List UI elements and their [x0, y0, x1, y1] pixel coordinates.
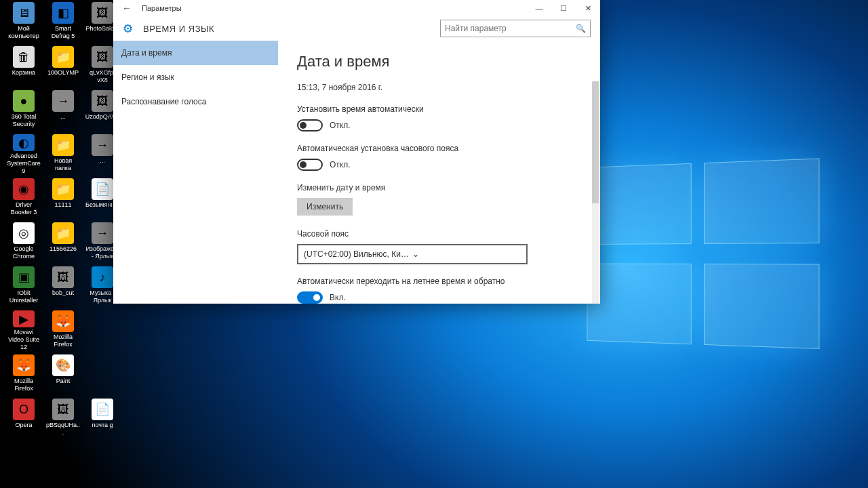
search-box[interactable]: 🔍 — [440, 20, 591, 37]
desktop-icon-glyph: → — [52, 90, 74, 112]
desktop-icon-label: bob_cut — [52, 289, 74, 297]
desktop-icon[interactable]: 🗑Корзина — [6, 45, 41, 87]
minimize-button[interactable]: — — [527, 0, 551, 16]
desktop-icon-glyph: ◎ — [13, 222, 35, 244]
desktop-icon[interactable]: 🖥Мой компьютер — [6, 1, 41, 43]
desktop-icon-glyph: 📁 — [52, 178, 74, 200]
desktop-icon[interactable]: 🖼bob_cut — [45, 265, 81, 307]
desktop-icon[interactable]: 📄почта g — [85, 397, 120, 439]
desktop-icon[interactable]: ●360 Total Security — [6, 89, 41, 131]
current-datetime: 15:13, 7 ноября 2016 г. — [297, 83, 581, 92]
desktop-icon[interactable]: →... — [45, 89, 81, 131]
back-button[interactable]: ← — [119, 0, 135, 16]
sidebar: Дата и времяРегион и языкРаспознавание г… — [113, 41, 278, 304]
desktop-icon-label: Корзина — [12, 69, 35, 77]
desktop-icon-glyph: 🖼 — [92, 46, 113, 68]
desktop-icon[interactable]: 🎨Paint — [45, 353, 81, 395]
desktop-icon-glyph: 🗑 — [13, 46, 35, 68]
desktop-icon-glyph: 📄 — [92, 399, 113, 420]
desktop-icon-glyph: ◐ — [13, 134, 35, 151]
auto-time-state: Откл. — [330, 121, 351, 130]
desktop-icon-label: ... — [100, 157, 105, 165]
desktop-icon-glyph: 📁 — [52, 134, 74, 156]
auto-tz-toggle[interactable] — [297, 159, 323, 171]
auto-tz-label: Автоматическая установка часового пояса — [297, 144, 581, 153]
timezone-select[interactable]: (UTC+02:00) Вильнюс, Киев, Рига, София, … — [297, 244, 528, 264]
desktop-icon-glyph: ▣ — [13, 266, 35, 288]
desktop-icon-glyph: 🖼 — [92, 90, 113, 112]
desktop-icon[interactable]: ◎Google Chrome — [6, 221, 41, 263]
desktop-icon-glyph: ◉ — [13, 178, 35, 200]
desktop-icon-glyph: 🖼 — [52, 266, 74, 288]
page-heading: Дата и время — [297, 53, 581, 70]
nav-item[interactable]: Регион и язык — [113, 65, 278, 89]
desktop-icon-label: Movavi Video Suite 12 — [6, 329, 41, 351]
desktop-icon-glyph: ♪ — [92, 266, 113, 288]
desktop-icon-glyph: 🖼 — [92, 2, 113, 24]
desktop-icon-label: 360 Total Security — [6, 113, 41, 128]
desktop-icon-label: ... — [60, 113, 66, 121]
dst-label: Автоматически переходить на летнее время… — [297, 277, 581, 286]
desktop-icon-label: Smart Defrag 5 — [45, 25, 81, 40]
change-button[interactable]: Изменить — [297, 198, 353, 216]
scrollbar[interactable] — [592, 81, 599, 304]
close-button[interactable]: ✕ — [576, 0, 600, 16]
content-pane: Дата и время 15:13, 7 ноября 2016 г. Уст… — [278, 41, 600, 304]
settings-window: ← Параметры — ☐ ✕ ⚙ ВРЕМЯ И ЯЗЫК 🔍 Дата … — [113, 0, 600, 304]
search-input[interactable] — [445, 24, 576, 33]
window-controls: — ☐ ✕ — [527, 0, 600, 16]
desktop-icon-label: Advanced SystemCare 9 — [6, 152, 41, 175]
auto-time-label: Установить время автоматически — [297, 104, 581, 114]
desktop-icon-glyph: 📄 — [92, 178, 113, 200]
nav-item[interactable]: Распознавание голоса — [113, 89, 278, 114]
auto-tz-state: Откл. — [330, 160, 351, 169]
desktop-icon[interactable]: 📁Новая папка — [45, 133, 81, 175]
desktop-icon-glyph: → — [92, 222, 113, 244]
timezone-value: (UTC+02:00) Вильнюс, Киев, Рига, София, … — [304, 249, 412, 259]
desktop-icon-glyph: 🎨 — [52, 354, 74, 376]
desktop-icon-label: почта g — [92, 422, 113, 429]
desktop-icon[interactable]: ◧Smart Defrag 5 — [45, 1, 81, 43]
desktop-icon[interactable]: ◉Driver Booster 3 — [6, 177, 41, 219]
desktop-icon-label: IObit Uninstaller — [6, 289, 41, 304]
desktop-icon[interactable]: 🖼pBSqqUHa... — [45, 397, 81, 439]
desktop-icon-glyph: ◧ — [52, 2, 74, 24]
desktop-icon[interactable] — [85, 353, 120, 395]
desktop-icon[interactable] — [85, 309, 120, 351]
search-icon: 🔍 — [576, 24, 586, 33]
desktop-icon-glyph — [92, 354, 113, 376]
desktop-icon[interactable]: ▣IObit Uninstaller — [6, 265, 41, 307]
desktop-icon-glyph: ● — [13, 90, 35, 112]
desktop-icons-grid: 🖥Мой компьютер🗑Корзина●360 Total Securit… — [4, 0, 119, 481]
desktop-icon-label: Driver Booster 3 — [6, 201, 41, 216]
desktop-icon-label: 100OLYMP — [47, 69, 79, 77]
desktop-icon[interactable]: 📁100OLYMP — [45, 45, 81, 87]
desktop-icon-glyph: 📁 — [52, 222, 74, 244]
auto-time-toggle[interactable] — [297, 119, 323, 131]
windows-logo-wallpaper — [587, 158, 836, 358]
desktop-icon[interactable]: OOpera — [6, 397, 41, 439]
desktop-icon-label: 11111 — [54, 201, 71, 209]
desktop-icon-label: Новая папка — [45, 157, 81, 172]
timezone-label: Часовой пояс — [297, 229, 581, 239]
dst-toggle[interactable] — [297, 291, 323, 304]
desktop-icon-label: Мой компьютер — [6, 25, 41, 40]
change-datetime-label: Изменить дату и время — [297, 183, 581, 192]
window-title: Параметры — [142, 4, 182, 12]
desktop-icon-label: pBSqqUHa... — [45, 422, 81, 436]
desktop-icon[interactable]: 🦊Mozilla Firefox — [6, 353, 41, 395]
chevron-down-icon: ⌄ — [412, 249, 521, 259]
nav-item[interactable]: Дата и время — [113, 41, 278, 65]
desktop-icon-glyph: ▶ — [13, 310, 35, 327]
desktop-icon[interactable]: 📁11111 — [45, 177, 81, 219]
maximize-button[interactable]: ☐ — [551, 0, 576, 16]
desktop-icon-label: Google Chrome — [6, 245, 41, 260]
scrollbar-thumb[interactable] — [592, 81, 599, 203]
desktop-icon[interactable]: ◐Advanced SystemCare 9 — [6, 133, 41, 175]
category-title: ВРЕМЯ И ЯЗЫК — [143, 24, 214, 34]
desktop-icon[interactable]: ▶Movavi Video Suite 12 — [6, 309, 41, 351]
desktop-icon[interactable]: 📁11556226 — [45, 221, 81, 263]
gear-icon: ⚙ — [123, 22, 136, 35]
desktop-icon[interactable]: 🦊Mozilla Firefox — [45, 309, 81, 351]
desktop-icon-glyph — [92, 310, 113, 332]
